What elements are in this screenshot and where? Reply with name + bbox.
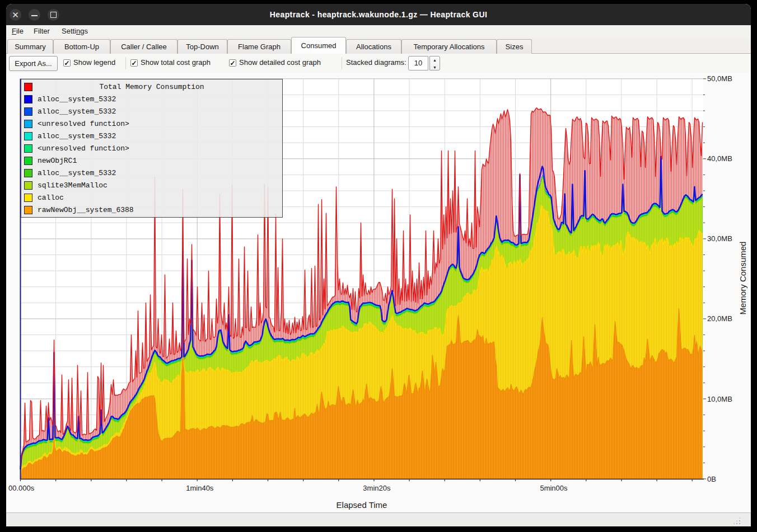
svg-text:20,0MB: 20,0MB xyxy=(707,314,732,323)
svg-text:5min00s: 5min00s xyxy=(540,484,568,492)
svg-text:1min40s: 1min40s xyxy=(186,484,214,492)
svg-text:30,0MB: 30,0MB xyxy=(707,234,732,243)
svg-text:40,0MB: 40,0MB xyxy=(707,154,732,163)
svg-text:0B: 0B xyxy=(707,475,716,483)
svg-text:50,0MB: 50,0MB xyxy=(707,74,732,83)
svg-text:3min20s: 3min20s xyxy=(363,484,391,492)
svg-text:Elapsed Time: Elapsed Time xyxy=(337,500,387,510)
svg-text:Memory Consumed: Memory Consumed xyxy=(738,242,747,315)
svg-text:00.000s: 00.000s xyxy=(8,484,35,492)
svg-text:10,0MB: 10,0MB xyxy=(707,395,732,403)
